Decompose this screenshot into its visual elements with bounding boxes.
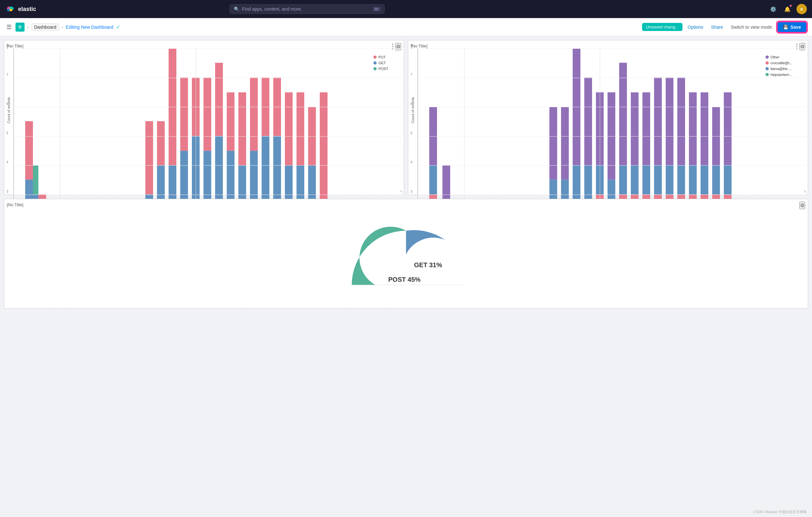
- panel-2: [No Title] ⚙ Count of records 0 1 2 3 4 …: [408, 40, 808, 195]
- y-tick-6: 6: [6, 102, 8, 105]
- grid-line-7: [13, 78, 401, 78]
- share-button[interactable]: Share: [708, 23, 725, 31]
- p2-grid-3: [417, 194, 805, 195]
- svg-rect-45: [262, 136, 269, 209]
- svg-rect-33: [215, 136, 223, 209]
- search-area: 🔍 Find apps, content, and more. ⌘/: [230, 4, 385, 14]
- settings-icon: ⚙️: [770, 6, 777, 12]
- svg-rect-19: [157, 121, 165, 165]
- menu-icon[interactable]: ☰: [5, 22, 13, 32]
- breadcrumb-d[interactable]: D: [16, 23, 25, 32]
- svg-rect-121: [689, 165, 697, 194]
- search-placeholder: Find apps, content, and more.: [242, 6, 302, 11]
- get-label: GET 31%: [414, 262, 442, 269]
- svg-rect-133: [724, 165, 731, 194]
- panel-1-chart-area: Count of records 0 1 2 3 4 5 6 7 8: [7, 49, 401, 171]
- svg-rect-22: [169, 49, 176, 165]
- legend-hippo-dot: [765, 73, 769, 76]
- breadcrumb-arrow-1: ›: [27, 25, 29, 30]
- grid-line-6: [13, 107, 401, 107]
- search-shortcut: ⌘/: [373, 7, 380, 11]
- logo: elastic: [5, 4, 36, 14]
- footer-text: CSDN ©Elastic 中国社区官方博客: [753, 510, 807, 514]
- svg-rect-129: [712, 165, 720, 194]
- breadcrumb-dashboard[interactable]: Dashboard: [31, 23, 59, 31]
- svg-rect-109: [654, 165, 662, 194]
- donut-chart: POST 45% GET 31%: [338, 208, 474, 298]
- panel-2-resize-handle[interactable]: ↘: [803, 189, 807, 193]
- y-tick-3: 3: [6, 189, 8, 193]
- unsaved-button[interactable]: Unsaved chang...: [642, 23, 683, 31]
- svg-rect-34: [215, 63, 223, 136]
- panel-1-resize-handle[interactable]: ↘: [399, 189, 402, 193]
- legend-other: Other: [765, 55, 792, 59]
- panel-2-legend: Other crocodile@t... llama@the....: [765, 55, 792, 77]
- svg-rect-86: [584, 78, 592, 165]
- svg-rect-125: [701, 165, 708, 194]
- grid-line-5: [13, 136, 401, 136]
- panel-1-title: [No Title]: [7, 43, 23, 49]
- svg-rect-37: [227, 92, 234, 151]
- svg-rect-134: [724, 92, 731, 165]
- panel-1-y-axis-label: Count of records: [7, 49, 13, 171]
- svg-rect-78: [561, 107, 569, 179]
- panels-row: [No Title] ⚙ Count of records 0 1 2 3 4 …: [4, 40, 808, 195]
- svg-rect-126: [701, 92, 708, 165]
- svg-rect-118: [677, 78, 685, 165]
- svg-rect-48: [273, 136, 281, 209]
- panel-2-chart-area: Count of records 0 1 2 3 4 5 6 7 8: [411, 49, 805, 171]
- p2-y-tick-5: 5: [410, 131, 412, 134]
- save-button[interactable]: 💾 Save: [777, 22, 807, 33]
- notifications-button[interactable]: 🔔: [782, 4, 793, 14]
- legend-put: PUT: [373, 55, 388, 59]
- svg-rect-67: [429, 107, 437, 165]
- panel-2-title: [No Title]: [411, 43, 427, 49]
- legend-other-dot: [765, 56, 769, 59]
- notification-badge: [789, 4, 792, 7]
- p2-grid-6: [417, 107, 805, 107]
- svg-rect-58: [308, 107, 316, 165]
- svg-rect-113: [666, 165, 673, 194]
- panel-1-legend: PUT GET POST: [373, 55, 388, 71]
- settings-button[interactable]: ⚙️: [768, 4, 778, 14]
- svg-rect-43: [250, 78, 258, 151]
- breadcrumb-arrow-2: ›: [62, 25, 63, 30]
- svg-rect-82: [573, 49, 580, 165]
- bottom-panel: [No Title] ⚙: [4, 199, 808, 308]
- p2-y-tick-4: 4: [410, 160, 412, 164]
- svg-rect-110: [654, 78, 662, 165]
- svg-rect-114: [666, 78, 673, 165]
- svg-rect-74: [549, 107, 557, 179]
- svg-rect-66: [429, 165, 437, 194]
- p2-grid-4: [417, 165, 805, 165]
- svg-rect-105: [642, 165, 650, 194]
- breadcrumb-editing: Editing New Dashboard: [66, 25, 113, 30]
- topbar-icons: ⚙️ 🔔 e: [768, 4, 807, 14]
- save-icon: 💾: [783, 25, 788, 30]
- legend-croc: crocodile@t...: [765, 61, 792, 65]
- user-avatar-button[interactable]: e: [796, 4, 807, 14]
- svg-rect-16: [145, 121, 153, 194]
- p2-y-tick-3: 3: [410, 189, 412, 193]
- legend-hippo: hippopotam...: [765, 72, 792, 77]
- elastic-logo-icon: [5, 4, 16, 14]
- svg-rect-97: [619, 165, 627, 194]
- search-icon: 🔍: [234, 6, 239, 11]
- svg-rect-106: [642, 92, 650, 165]
- svg-rect-25: [180, 78, 188, 151]
- search-box[interactable]: 🔍 Find apps, content, and more. ⌘/: [230, 4, 385, 14]
- options-button[interactable]: Options: [685, 23, 706, 31]
- panel-2-y-axis-label: Count of records: [411, 49, 417, 171]
- logo-text: elastic: [18, 6, 36, 12]
- p2-y-tick-8: 8: [410, 43, 412, 47]
- svg-rect-101: [631, 165, 639, 194]
- y-tick-5: 5: [6, 131, 8, 134]
- legend-get: GET: [373, 61, 388, 65]
- y-tick-8: 8: [6, 43, 8, 47]
- p2-grid-5: [417, 136, 805, 136]
- p2-y-tick-6: 6: [410, 102, 412, 105]
- svg-rect-55: [296, 92, 304, 165]
- panel-2-chart-inner: 0 1 2 3 4 5 6 7 8: [417, 49, 805, 171]
- view-mode-button[interactable]: Switch to view mode: [728, 23, 775, 31]
- p2-y-tick-7: 7: [410, 72, 412, 76]
